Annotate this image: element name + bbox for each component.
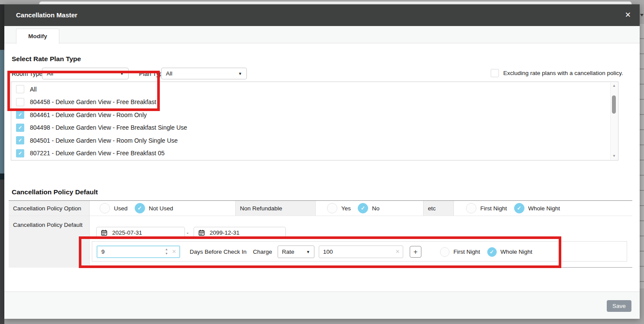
charge-amount-input[interactable]: 100 ✕: [319, 245, 403, 258]
plan-type-select[interactable]: All ▼: [161, 68, 247, 79]
rate-plan-checkbox[interactable]: [16, 98, 24, 106]
charge-label: Charge: [253, 242, 272, 262]
radio-icon[interactable]: [440, 247, 450, 257]
rate-plan-row[interactable]: 804501 - Deluxe Garden View - Room Only …: [11, 134, 609, 147]
section-heading-rate-plan: Select Rate Plan Type: [12, 55, 81, 63]
radio-icon[interactable]: [100, 203, 110, 213]
radio-option[interactable]: Used: [100, 203, 128, 213]
cancellation-policy-table: Cancellation Policy Option Used: [9, 200, 632, 268]
close-icon[interactable]: ✕: [625, 4, 631, 26]
stepper-down-icon[interactable]: ▼: [165, 252, 168, 256]
background-right-rows: [640, 24, 644, 288]
excluding-checkbox[interactable]: [491, 69, 499, 77]
background-left-dark-segment: [0, 4, 4, 50]
background-left-teal-segment: [0, 50, 4, 173]
rate-plan-row[interactable]: All: [11, 83, 609, 96]
rate-plan-label: 804501 - Deluxe Garden View - Room Only …: [30, 137, 178, 144]
policy-option-row-label: Cancellation Policy Option: [9, 201, 90, 216]
radio-option[interactable]: Yes: [327, 203, 351, 213]
rate-plan-rows: All 804458 - Deluxe Garden View - Free B…: [11, 83, 609, 160]
modal-header: Cancellation Master ✕: [4, 4, 640, 26]
rate-plan-row[interactable]: 807221 - Deluxe Garden View - Free Break…: [11, 147, 609, 160]
background-caret-icon: [640, 14, 644, 16]
charge-amount-value: 100: [319, 249, 333, 255]
non-refundable-label: Non Refundable: [235, 201, 316, 216]
room-type-select[interactable]: All ▼: [42, 68, 129, 79]
days-before-input[interactable]: 9 ▲ ▼ ✕: [97, 245, 180, 258]
tab-modify[interactable]: Modify: [16, 29, 59, 44]
days-before-label: Days Before Check In: [190, 242, 246, 262]
policy-option-row: Cancellation Policy Option Used: [9, 201, 632, 216]
background-bottom-strip: [4, 319, 644, 324]
clear-icon[interactable]: ✕: [172, 246, 176, 257]
rate-plan-checkbox[interactable]: [16, 85, 24, 93]
radio-option-label: Whole Night: [501, 249, 533, 255]
rate-plan-row[interactable]: 804461 - Deluxe Garden View - Room Only: [11, 108, 609, 121]
chevron-down-icon: ▼: [120, 72, 124, 76]
policy-default-row-label: Cancellation Policy Default: [9, 216, 90, 268]
rate-plan-label: 804461 - Deluxe Garden View - Room Only: [30, 111, 147, 118]
rate-plan-label: 804498 - Deluxe Garden View - Free Break…: [30, 124, 187, 131]
radio-icon[interactable]: [514, 203, 524, 213]
section-heading-policy: Cancellation Policy Default: [12, 188, 98, 196]
clear-icon[interactable]: ✕: [395, 246, 400, 258]
rate-plan-checkbox[interactable]: [16, 111, 24, 119]
date-to-field[interactable]: 2099-12-31: [194, 227, 286, 239]
date-to-value: 2099-12-31: [210, 229, 239, 236]
charge-type-select[interactable]: Rate ▼: [278, 245, 314, 258]
excluding-label: Excluding rate plans with a cancellation…: [503, 70, 623, 76]
tab-bar: Modify: [4, 26, 640, 43]
scrollbar-up-icon[interactable]: ▲: [611, 82, 618, 89]
radio-icon[interactable]: [487, 247, 497, 257]
modal-content: Select Rate Plan Type Room Type All ▼ Pl…: [4, 43, 640, 291]
radio-option-label: Yes: [341, 205, 351, 212]
screen: Cancellation Master ✕ Modify Select Rate…: [0, 0, 644, 324]
room-type-label: Room Type: [12, 70, 42, 77]
rate-plan-row[interactable]: 804498 - Deluxe Garden View - Free Break…: [11, 121, 609, 134]
radio-option[interactable]: No: [358, 203, 379, 213]
background-right-strip: [640, 4, 644, 324]
radio-option[interactable]: First Night: [440, 247, 480, 257]
radio-option[interactable]: Whole Night: [487, 247, 533, 257]
radio-option[interactable]: First Night: [466, 203, 507, 213]
date-from-field[interactable]: 2025-07-31: [96, 227, 185, 239]
used-radio-group: Used Not Used: [100, 203, 173, 213]
date-range-separator: -: [187, 227, 188, 239]
save-button[interactable]: Save: [607, 300, 631, 312]
radio-icon[interactable]: [327, 203, 337, 213]
stepper-up-icon[interactable]: ▲: [165, 247, 168, 252]
scrollbar-down-icon[interactable]: ▼: [611, 153, 618, 160]
plan-type-value: All: [166, 70, 172, 77]
calendar-icon: [198, 229, 205, 236]
list-scrollbar[interactable]: ▲ ▼: [610, 82, 618, 160]
background-top-strip: [0, 0, 644, 4]
etc-cell: First Night Whole Night: [454, 201, 632, 216]
rate-plan-row[interactable]: 804458 - Deluxe Garden View - Free Break…: [11, 96, 609, 109]
radio-option[interactable]: Not Used: [135, 203, 173, 213]
scrollbar-thumb[interactable]: [612, 95, 616, 114]
radio-option[interactable]: Whole Night: [514, 203, 560, 213]
cancellation-master-modal: Cancellation Master ✕ Modify Select Rate…: [4, 4, 640, 319]
radio-option-label: Used: [114, 205, 128, 212]
stepper-icon[interactable]: ▲ ▼: [165, 247, 168, 256]
rate-plan-checkbox[interactable]: [16, 124, 24, 132]
rate-plan-list: All 804458 - Deluxe Garden View - Free B…: [11, 82, 618, 160]
radio-icon[interactable]: [358, 203, 368, 213]
radio-option-label: No: [372, 205, 379, 212]
used-cell: Used Not Used: [90, 201, 235, 216]
radio-option-label: Not Used: [149, 205, 173, 212]
radio-option-label: First Night: [480, 205, 507, 212]
add-rule-button[interactable]: +: [410, 246, 421, 258]
radio-icon[interactable]: [466, 203, 476, 213]
chevron-down-icon: ▼: [238, 72, 242, 76]
background-left-divider-segment: [0, 173, 4, 180]
rate-plan-label: 804458 - Deluxe Garden View - Free Break…: [30, 98, 156, 105]
policy-rule-row: 9 ▲ ▼ ✕ Days Before Check In Charge Rate…: [92, 241, 627, 262]
non-refundable-cell: Yes No: [316, 201, 423, 216]
non-refundable-radio-group: Yes No: [327, 203, 379, 213]
modal-title: Cancellation Master: [16, 4, 78, 26]
radio-icon[interactable]: [135, 203, 145, 213]
rate-plan-checkbox[interactable]: [16, 149, 24, 157]
room-type-value: All: [47, 70, 53, 77]
rate-plan-checkbox[interactable]: [16, 136, 24, 144]
